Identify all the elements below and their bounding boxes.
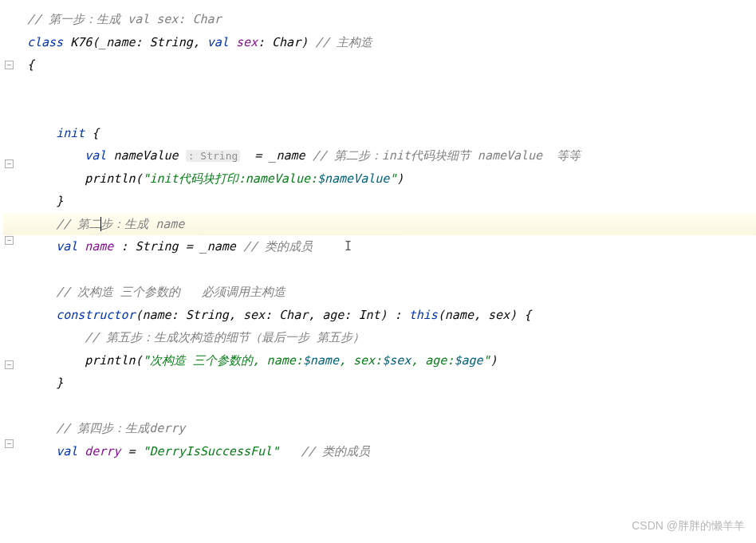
comment-part: // 第二 [56, 217, 101, 231]
paren: ) [490, 353, 498, 368]
type: Char [272, 35, 301, 49]
empty-line[interactable] [3, 99, 756, 122]
string-literal: " [389, 171, 396, 186]
code-line[interactable]: init { [3, 122, 756, 145]
paren: ) [396, 171, 404, 186]
keyword-val: val [207, 35, 236, 49]
keyword-val: val [56, 239, 85, 254]
string-literal: , sex: [339, 353, 382, 368]
comment: // 类的成员 [243, 239, 313, 254]
function-call: println [85, 353, 135, 368]
code-text: (name, sex) { [438, 308, 531, 322]
comment: // 主构造 [315, 35, 372, 49]
property: sex [236, 35, 258, 49]
code-text: (_name: [92, 35, 149, 49]
code-line[interactable]: } [3, 190, 756, 213]
keyword-val: val [56, 444, 85, 458]
code-line[interactable]: // 第五步：生成次构造的细节（最后一步 第五步） [3, 326, 756, 349]
code-line[interactable]: val name : String = _name // 类的成员I [3, 235, 756, 258]
watermark: CSDN @胖胖的懒羊羊 [632, 515, 745, 537]
empty-line[interactable] [3, 258, 756, 281]
code-line[interactable]: } [3, 372, 756, 395]
code-text: (name: String, sex: Char, age: Int) : [135, 308, 408, 322]
function-call: println [85, 171, 135, 186]
code-line[interactable]: class K76(_name: String, val sex: Char) … [3, 31, 756, 54]
keyword-class: class [27, 35, 70, 49]
brace: } [56, 194, 63, 208]
comment: // 第五步：生成次构造的细节（最后一步 第五步） [85, 330, 364, 344]
variable-name: nameValue [113, 148, 178, 163]
type-hint: : String [186, 150, 241, 162]
code-line[interactable]: // 第四步：生成derry [3, 417, 756, 440]
comment: // 第四步：生成derry [56, 421, 185, 435]
code-text: ) [301, 35, 315, 49]
string-template: $nameValue [317, 171, 389, 186]
comment: // 第一步：生成 val sex: Char [27, 12, 222, 26]
code-text: = _name [240, 148, 312, 163]
code-text: , [193, 35, 207, 49]
code-text: = [128, 444, 142, 458]
comment: // 第二步：init代码块细节 nameValue 等等 [313, 148, 581, 163]
string-literal: , age: [411, 353, 454, 368]
string-literal: " [483, 353, 490, 368]
code-line[interactable]: // 第一步：生成 val sex: Char [3, 8, 756, 31]
code-line[interactable]: { [3, 53, 756, 77]
string-template: $age [454, 353, 482, 368]
paren: ( [135, 171, 142, 186]
code-line[interactable]: // 次构造 三个参数的 必须调用主构造 [3, 281, 756, 304]
class-name: K76 [70, 35, 92, 49]
code-line[interactable]: val derry = "DerryIsSuccessFul" // 类的成员 [3, 440, 756, 463]
paren: ( [135, 353, 142, 368]
code-text [279, 444, 301, 458]
brace: { [92, 126, 99, 140]
comment: // 第二步：生成 name [56, 217, 184, 231]
string-literal: "次构造 三个参数的, name: [143, 353, 303, 368]
keyword-this: this [409, 308, 438, 322]
string-template: $name [303, 353, 339, 368]
comment: // 类的成员 [301, 444, 370, 458]
code-editor[interactable]: − − − − − // 第一步：生成 val sex: Char class … [3, 8, 756, 462]
keyword-val: val [85, 148, 113, 163]
code-line[interactable]: constructor(name: String, sex: Char, age… [3, 304, 756, 327]
code-line[interactable]: println("次构造 三个参数的, name:$name, sex:$sex… [3, 349, 756, 372]
string-template: $sex [382, 353, 411, 368]
type: String [150, 35, 193, 49]
keyword-init: init [56, 126, 92, 140]
comment-part: 步：生成 name [100, 217, 184, 231]
property: derry [85, 444, 128, 458]
code-line[interactable]: val nameValue : String = _name // 第二步：in… [3, 144, 756, 167]
keyword-constructor: constructor [56, 308, 135, 322]
comment: // 次构造 三个参数的 必须调用主构造 [56, 285, 285, 299]
empty-line[interactable] [3, 395, 756, 418]
string-literal: "init代码块打印:nameValue: [143, 171, 318, 186]
empty-line[interactable] [3, 77, 756, 100]
code-line-active[interactable]: // 第二步：生成 name [3, 213, 756, 236]
string-literal: "DerryIsSuccessFul" [143, 444, 280, 458]
code-text: : String = _name [120, 239, 243, 254]
code-text: : [258, 35, 272, 49]
property: name [85, 239, 120, 254]
brace: { [27, 57, 34, 72]
mouse-cursor-icon: I [345, 235, 352, 258]
code-line[interactable]: println("init代码块打印:nameValue:$nameValue"… [3, 167, 756, 191]
brace: } [56, 376, 63, 390]
